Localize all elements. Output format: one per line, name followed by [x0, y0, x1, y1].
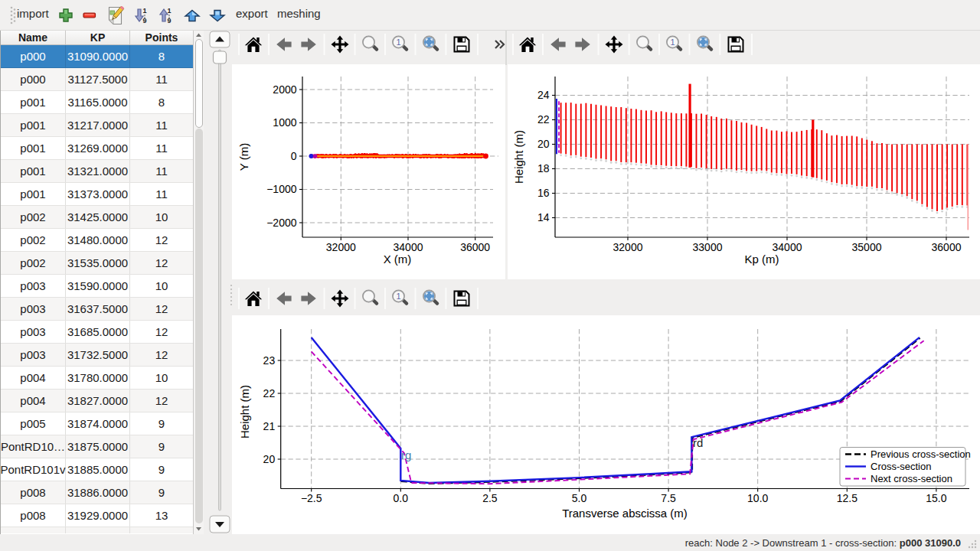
svg-text:1: 1 [167, 7, 171, 15]
svg-text:2000: 2000 [273, 83, 296, 96]
svg-text:32000: 32000 [613, 241, 643, 253]
svg-text:34000: 34000 [394, 241, 423, 253]
svg-text:Cross-section: Cross-section [871, 461, 931, 472]
svg-text:20: 20 [263, 453, 276, 465]
svg-text:1: 1 [670, 37, 675, 47]
svg-text:32000: 32000 [326, 241, 356, 253]
svg-text:14: 14 [537, 211, 550, 223]
svg-text:rg: rg [401, 448, 411, 461]
svg-text:24: 24 [537, 89, 550, 101]
svg-text:X (m): X (m) [384, 253, 412, 266]
svg-text:18: 18 [537, 162, 550, 174]
svg-text:2.5: 2.5 [482, 492, 498, 504]
svg-text:−2000: −2000 [266, 217, 297, 229]
svg-text:Previous cross-section: Previous cross-section [871, 448, 971, 460]
svg-text:0: 0 [291, 150, 297, 162]
svg-text:22: 22 [537, 113, 550, 126]
svg-text:36000: 36000 [460, 241, 490, 253]
svg-text:36000: 36000 [932, 241, 962, 253]
svg-text:33000: 33000 [693, 241, 723, 253]
svg-text:12.5: 12.5 [837, 492, 858, 504]
svg-text:1: 1 [396, 292, 400, 301]
svg-text:−1000: −1000 [266, 183, 297, 195]
svg-text:Transverse abscissa (m): Transverse abscissa (m) [562, 507, 688, 520]
svg-text:5.0: 5.0 [572, 492, 587, 504]
svg-text:rd: rd [693, 436, 703, 449]
svg-text:10.0: 10.0 [747, 492, 768, 504]
svg-text:0.0: 0.0 [394, 492, 409, 504]
svg-text:7.5: 7.5 [661, 492, 676, 504]
svg-text:21: 21 [263, 420, 276, 432]
svg-text:Height (m): Height (m) [512, 130, 525, 184]
svg-text:35000: 35000 [852, 241, 882, 253]
svg-text:1: 1 [396, 37, 400, 47]
svg-text:23: 23 [263, 354, 276, 367]
svg-text:1: 1 [142, 7, 146, 15]
svg-text:Y (m): Y (m) [237, 143, 250, 171]
svg-text:15.0: 15.0 [926, 492, 946, 504]
svg-text:Height (m): Height (m) [238, 385, 251, 439]
svg-text:22: 22 [263, 387, 276, 399]
svg-text:Kp (m): Kp (m) [745, 253, 779, 266]
svg-text:−2.5: −2.5 [301, 492, 322, 504]
svg-text:1000: 1000 [273, 116, 296, 129]
svg-text:20: 20 [537, 138, 550, 150]
svg-text:34000: 34000 [773, 241, 802, 253]
svg-text:16: 16 [537, 187, 550, 199]
svg-text:Next cross-section: Next cross-section [871, 473, 952, 484]
